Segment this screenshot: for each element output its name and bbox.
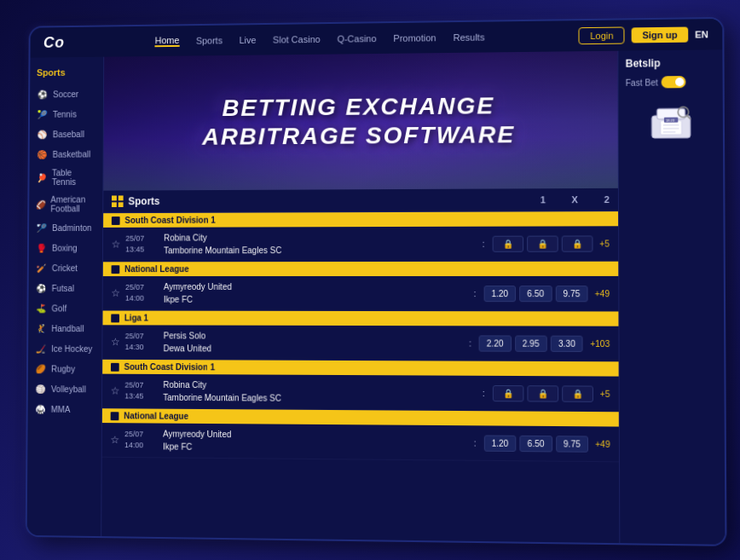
match-time: 25/07 13:45 xyxy=(124,380,158,401)
nav-results[interactable]: Results xyxy=(454,32,485,42)
main-layout: Sports ⚽ Soccer 🎾 Tennis ⚾ Baseball 🏀 Ba… xyxy=(27,49,726,545)
odds-group: 2.20 2.95 3.30 +103 xyxy=(479,334,610,351)
volleyball-icon: 🏐 xyxy=(35,383,47,395)
sidebar-item-futsal[interactable]: ⚽ Futsal xyxy=(29,278,102,298)
favorite-star-icon[interactable]: ☆ xyxy=(110,434,119,446)
basketball-icon: 🏀 xyxy=(36,147,48,159)
sidebar-item-mma[interactable]: 🥋 MMA xyxy=(28,398,101,419)
sidebar-item-baseball[interactable]: ⚾ Baseball xyxy=(30,124,103,144)
more-odds-button[interactable]: +103 xyxy=(590,338,610,348)
odd-button-x[interactable]: 🔒 xyxy=(527,235,558,251)
favorite-star-icon[interactable]: ☆ xyxy=(111,336,120,348)
odd-button-1[interactable]: 1.20 xyxy=(483,434,516,451)
league-icon xyxy=(111,411,119,419)
odd-button-2[interactable]: 🔒 xyxy=(562,384,593,401)
nav-promotion[interactable]: Promotion xyxy=(393,32,436,43)
sidebar-item-soccer[interactable]: ⚽ Soccer xyxy=(30,84,103,104)
odd-button-2[interactable]: 9.75 xyxy=(555,285,587,301)
hero-text: BETTING EXCHANGE ARBITRAGE SOFTWARE xyxy=(202,91,515,151)
betslip-header: Betslip xyxy=(626,56,716,69)
login-button[interactable]: Login xyxy=(579,26,625,44)
nav-q-casino[interactable]: Q-Casino xyxy=(337,33,376,43)
favorite-star-icon[interactable]: ☆ xyxy=(111,286,120,298)
match-score: : xyxy=(466,437,483,447)
odd-button-2[interactable]: 3.30 xyxy=(551,335,583,351)
match-teams: Persis Solo Dewa United xyxy=(159,329,462,355)
odd-button-x[interactable]: 2.95 xyxy=(515,335,547,351)
table-row: ☆ 25/07 14:30 Persis Solo Dewa United : … xyxy=(102,325,618,361)
odd-button-1[interactable]: 🔒 xyxy=(492,235,523,251)
sidebar-label-basketball: Basketball xyxy=(53,149,91,159)
favorite-star-icon[interactable]: ☆ xyxy=(111,384,120,396)
betslip-title: Betslip xyxy=(626,57,661,70)
betting-table: Sports 1 X 2 South Coast Division 1 ☆ xyxy=(101,188,619,542)
nav-home[interactable]: Home xyxy=(155,35,180,47)
match-teams: Robina City Tamborine Mountain Eagles SC xyxy=(159,230,475,257)
sidebar-label-golf: Golf xyxy=(51,303,66,313)
sidebar-label-soccer: Soccer xyxy=(53,89,78,98)
odds-group: 🔒 🔒 🔒 +5 xyxy=(492,384,610,401)
odd-button-x[interactable]: 6.50 xyxy=(519,285,552,301)
sidebar-item-icehockey[interactable]: 🏒 Ice Hockey xyxy=(28,338,101,358)
cricket-icon: 🏏 xyxy=(35,262,47,274)
league-icon xyxy=(112,216,120,224)
badminton-icon: 🏸 xyxy=(36,222,48,234)
match-time: 25/07 14:00 xyxy=(125,282,159,303)
more-odds-button[interactable]: +49 xyxy=(595,288,610,297)
signup-button[interactable]: Sign up xyxy=(632,26,688,43)
fast-bet-toggle[interactable] xyxy=(662,76,686,88)
sidebar-item-handball[interactable]: 🤾 Handball xyxy=(28,318,101,338)
sidebar-item-tennis[interactable]: 🎾 Tennis xyxy=(30,103,103,124)
league-name: South Coast Division 1 xyxy=(124,361,216,371)
sidebar-label-handball: Handball xyxy=(51,323,84,332)
hero-banner: BETTING EXCHANGE ARBITRAGE SOFTWARE xyxy=(103,50,618,190)
sidebar-item-boxing[interactable]: 🥊 Boxing xyxy=(29,237,102,257)
fast-bet-label: Fast Bet xyxy=(626,77,658,86)
more-odds-button[interactable]: +5 xyxy=(600,389,610,398)
fast-bet-row: Fast Bet xyxy=(626,75,716,88)
sports-header-text: Sports xyxy=(128,195,159,207)
odd-button-1[interactable]: 1.20 xyxy=(483,285,516,301)
more-odds-button[interactable]: +5 xyxy=(599,238,610,247)
match-score: : xyxy=(466,288,483,298)
league-row: Liga 1 xyxy=(102,310,618,326)
sidebar-item-badminton[interactable]: 🏸 Badminton xyxy=(29,217,102,238)
league-name: Liga 1 xyxy=(124,313,148,322)
odds-group: 1.20 6.50 9.75 +49 xyxy=(483,285,610,301)
sidebar-item-golf[interactable]: ⛳ Golf xyxy=(28,297,101,318)
odds-group: 1.20 6.50 9.75 +49 xyxy=(483,434,610,452)
league-icon xyxy=(111,313,119,321)
match-teams: Robina City Tamborine Mountain Eagles SC xyxy=(158,378,475,405)
language-selector[interactable]: EN xyxy=(695,29,708,39)
sidebar: Sports ⚽ Soccer 🎾 Tennis ⚾ Baseball 🏀 Ba… xyxy=(27,56,105,535)
sidebar-label-futsal: Futsal xyxy=(52,283,74,292)
grid-icon xyxy=(112,195,124,207)
odd-button-x[interactable]: 6.50 xyxy=(519,435,552,452)
odd-button-x[interactable]: 🔒 xyxy=(527,384,558,401)
odd-button-1[interactable]: 🔒 xyxy=(492,384,523,401)
odd-button-2[interactable]: 🔒 xyxy=(561,234,593,251)
nav-live[interactable]: Live xyxy=(240,34,257,44)
odd-button-1[interactable]: 2.20 xyxy=(479,334,512,350)
league-name: National League xyxy=(124,264,189,274)
sidebar-label-boxing: Boxing xyxy=(52,243,78,252)
nav-sports[interactable]: Sports xyxy=(196,35,223,45)
futsal-icon: ⚽ xyxy=(35,281,47,293)
americanfootball-icon: 🏈 xyxy=(36,198,46,210)
odd-button-2[interactable]: 9.75 xyxy=(556,435,588,452)
nav-slot-casino[interactable]: Slot Casino xyxy=(273,34,321,45)
sidebar-item-basketball[interactable]: 🏀 Basketball xyxy=(30,143,103,164)
more-odds-button[interactable]: +49 xyxy=(595,439,610,448)
sidebar-item-volleyball[interactable]: 🏐 Volleyball xyxy=(28,378,101,399)
sidebar-item-cricket[interactable]: 🏏 Cricket xyxy=(29,257,102,278)
betslip-panel: Betslip Fast Bet xyxy=(617,49,725,545)
sidebar-label-tabletennis: Table Tennis xyxy=(52,168,96,187)
league-name: National League xyxy=(124,411,188,420)
favorite-star-icon[interactable]: ☆ xyxy=(112,238,121,250)
tennis-icon: 🎾 xyxy=(37,108,49,120)
match-score: : xyxy=(475,238,492,248)
sidebar-item-tabletennis[interactable]: 🏓 Table Tennis xyxy=(29,164,102,191)
sidebar-item-rugby[interactable]: 🏉 Rugby xyxy=(28,358,101,378)
printer-icon: 18:20 xyxy=(645,101,697,145)
sidebar-item-americanfootball[interactable]: 🏈 American Football xyxy=(29,190,102,217)
